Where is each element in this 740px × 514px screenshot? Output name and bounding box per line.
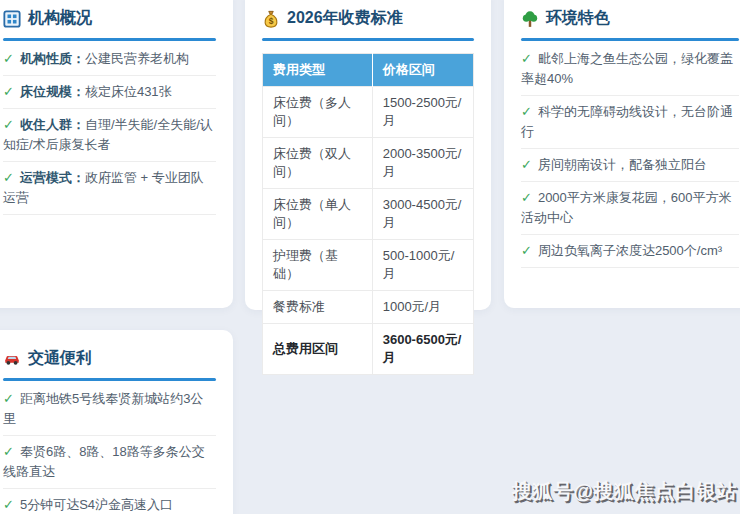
title-underline — [521, 38, 739, 41]
checklist-item: ✓周边负氧离子浓度达2500个/cm³ — [521, 235, 739, 268]
fee-table-row: 餐费标准1000元/月 — [263, 291, 474, 324]
fee-table-cell: 2000-3500元/月 — [372, 138, 473, 189]
fee-table-row: 床位费（多人间）1500-2500元/月 — [263, 87, 474, 138]
fee-table-header-cell: 价格区间 — [372, 54, 473, 87]
checklist-item: ✓机构性质：公建民营养老机构 — [3, 43, 216, 76]
checklist-item: ✓房间朝南设计，配备独立阳台 — [521, 149, 739, 182]
card-fee-standards: $ 2026年收费标准 费用类型价格区间 床位费（多人间）1500-2500元/… — [245, 0, 491, 310]
checklist-item: ✓收住人群：自理/半失能/全失能/认知症/术后康复长者 — [3, 109, 216, 162]
check-icon: ✓ — [521, 190, 532, 205]
card-institution-overview: 机构概况 ✓机构性质：公建民营养老机构✓床位规模：核定床位431张✓收住人群：自… — [0, 0, 233, 308]
transport-item-list: ✓距离地铁5号线奉贤新城站约3公里✓奉贤6路、8路、18路等多条公交线路直达✓5… — [3, 383, 216, 514]
title-underline — [3, 378, 216, 381]
item-text: 毗邻上海之鱼生态公园，绿化覆盖率超40% — [521, 51, 733, 86]
card-title: 机构概况 — [28, 8, 92, 29]
item-text: 5分钟可达S4沪金高速入口 — [20, 497, 173, 512]
checklist-item: ✓2000平方米康复花园，600平方米活动中心 — [521, 182, 739, 235]
check-icon: ✓ — [3, 391, 14, 406]
check-icon: ✓ — [3, 170, 14, 185]
fee-table-cell: 3600-6500元/月 — [372, 324, 473, 375]
fee-table-cell: 3000-4500元/月 — [372, 189, 473, 240]
car-icon — [3, 350, 21, 368]
card-title-row: $ 2026年收费标准 — [262, 6, 474, 29]
fee-table-cell: 总费用区间 — [263, 324, 373, 375]
item-label: 机构性质： — [20, 51, 85, 66]
fee-table-header-cell: 费用类型 — [263, 54, 373, 87]
fee-table-row: 床位费（单人间）3000-4500元/月 — [263, 189, 474, 240]
check-icon: ✓ — [521, 157, 532, 172]
check-icon: ✓ — [3, 444, 14, 459]
item-value: 公建民营养老机构 — [85, 51, 189, 66]
overview-item-list: ✓机构性质：公建民营养老机构✓床位规模：核定床位431张✓收住人群：自理/半失能… — [3, 43, 216, 215]
title-underline — [262, 38, 474, 41]
fee-table-cell: 床位费（单人间） — [263, 189, 373, 240]
checklist-item: ✓科学的无障碍动线设计，无台阶通行 — [521, 96, 739, 149]
environment-item-list: ✓毗邻上海之鱼生态公园，绿化覆盖率超40%✓科学的无障碍动线设计，无台阶通行✓房… — [521, 43, 739, 268]
fee-table-cell: 1000元/月 — [372, 291, 473, 324]
check-icon: ✓ — [3, 51, 14, 66]
item-label: 收住人群： — [20, 117, 85, 132]
fee-table-cell: 床位费（多人间） — [263, 87, 373, 138]
card-title: 环境特色 — [546, 8, 610, 29]
check-icon: ✓ — [3, 84, 14, 99]
tree-icon — [521, 10, 539, 28]
card-title: 2026年收费标准 — [287, 8, 403, 29]
checklist-item: ✓奉贤6路、8路、18路等多条公交线路直达 — [3, 436, 216, 489]
check-icon: ✓ — [521, 104, 532, 119]
money-bag-icon: $ — [262, 10, 280, 28]
fee-table-row: 总费用区间3600-6500元/月 — [263, 324, 474, 375]
checklist-item: ✓运营模式：政府监管 + 专业团队运营 — [3, 162, 216, 215]
card-transport-convenience: 交通便利 ✓距离地铁5号线奉贤新城站约3公里✓奉贤6路、8路、18路等多条公交线… — [0, 330, 233, 514]
check-icon: ✓ — [521, 51, 532, 66]
fee-table-cell: 床位费（双人间） — [263, 138, 373, 189]
item-label: 床位规模： — [20, 84, 85, 99]
fee-table-row: 床位费（双人间）2000-3500元/月 — [263, 138, 474, 189]
card-title-row: 交通便利 — [3, 346, 216, 369]
checklist-item: ✓床位规模：核定床位431张 — [3, 76, 216, 109]
checklist-item: ✓毗邻上海之鱼生态公园，绿化覆盖率超40% — [521, 43, 739, 96]
card-title-row: 环境特色 — [521, 6, 739, 29]
svg-text:$: $ — [269, 15, 274, 25]
item-text: 2000平方米康复花园，600平方米活动中心 — [521, 190, 732, 225]
card-environment-features: 环境特色 ✓毗邻上海之鱼生态公园，绿化覆盖率超40%✓科学的无障碍动线设计，无台… — [504, 0, 740, 308]
check-icon: ✓ — [3, 497, 14, 512]
fee-table-cell: 1500-2500元/月 — [372, 87, 473, 138]
fee-table-cell: 餐费标准 — [263, 291, 373, 324]
item-text: 周边负氧离子浓度达2500个/cm³ — [538, 243, 722, 258]
checklist-item: ✓距离地铁5号线奉贤新城站约3公里 — [3, 383, 216, 436]
item-text: 房间朝南设计，配备独立阳台 — [538, 157, 707, 172]
fee-table-row: 护理费（基础）500-1000元/月 — [263, 240, 474, 291]
sohu-watermark: 搜狐号@搜狐焦点白银站 — [512, 478, 737, 505]
check-icon: ✓ — [3, 117, 14, 132]
item-label: 运营模式： — [20, 170, 85, 185]
fee-table-cell: 护理费（基础） — [263, 240, 373, 291]
checklist-item: ✓5分钟可达S4沪金高速入口 — [3, 489, 216, 514]
item-value: 核定床位431张 — [85, 84, 172, 99]
building-icon — [3, 10, 21, 28]
fee-table: 费用类型价格区间 床位费（多人间）1500-2500元/月床位费（双人间）200… — [262, 53, 474, 375]
item-text: 距离地铁5号线奉贤新城站约3公里 — [3, 391, 203, 426]
check-icon: ✓ — [521, 243, 532, 258]
item-text: 科学的无障碍动线设计，无台阶通行 — [521, 104, 733, 139]
card-title: 交通便利 — [28, 348, 92, 369]
card-title-row: 机构概况 — [3, 6, 216, 29]
fee-table-cell: 500-1000元/月 — [372, 240, 473, 291]
title-underline — [3, 38, 216, 41]
item-text: 奉贤6路、8路、18路等多条公交线路直达 — [3, 444, 205, 479]
